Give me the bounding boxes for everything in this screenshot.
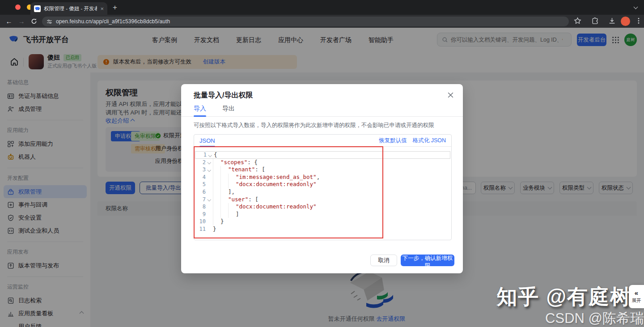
browser-menu-icon[interactable]: [635, 17, 642, 25]
extensions-icon[interactable]: [591, 17, 599, 25]
modal-title: 批量导入/导出权限: [194, 91, 253, 100]
format-json-link[interactable]: 格式化 JSON: [413, 137, 446, 144]
screen: 权限管理 - 傻妞 - 开发者后台 × + ← → open.feishu.cn…: [0, 0, 644, 327]
tab-title: 权限管理 - 傻妞 - 开发者后台: [44, 5, 97, 12]
close-icon[interactable]: [447, 91, 454, 99]
window-close-button[interactable]: [15, 4, 21, 10]
modal-description: 可按照以下格式导入数据，导入的权限将作为此次新增申请的权限，不会影响已申请或开通…: [194, 122, 434, 129]
confirm-button[interactable]: 下一步，确认新增权限: [401, 255, 454, 266]
address-bar[interactable]: open.feishu.cn/app/cli_a9f1c5396cb8dcb5/…: [42, 17, 569, 26]
browser-tab-strip: 权限管理 - 傻妞 - 开发者后台 × +: [0, 0, 644, 15]
active-tab-indicator: [194, 115, 206, 117]
download-icon[interactable]: [608, 17, 616, 25]
double-chevron-left-icon: «: [635, 289, 638, 296]
site-settings-icon[interactable]: [47, 19, 52, 25]
forward-icon[interactable]: →: [15, 17, 28, 25]
profile-avatar[interactable]: [621, 17, 630, 26]
feishu-favicon: [34, 5, 41, 12]
tab-export[interactable]: 导出: [222, 105, 235, 113]
editor-header: JSON 恢复默认值 格式化 JSON: [194, 135, 451, 147]
watermark-zhihu: 知乎 @有庭树: [496, 283, 631, 311]
restore-default-link[interactable]: 恢复默认值: [379, 137, 407, 144]
annotation-red-box: [194, 146, 383, 238]
tab-import[interactable]: 导入: [194, 105, 206, 113]
url-text: open.feishu.cn/app/cli_a9f1c5396cb8dcb5/…: [56, 18, 170, 25]
editor-lang-tab[interactable]: JSON: [199, 137, 215, 144]
bookmark-star-icon[interactable]: [574, 17, 581, 25]
browser-tab[interactable]: 权限管理 - 傻妞 - 开发者后台 ×: [30, 2, 107, 15]
reload-icon[interactable]: [28, 18, 40, 25]
cancel-button[interactable]: 取消: [370, 255, 397, 266]
new-tab-button[interactable]: +: [113, 3, 117, 12]
expand-panel-button[interactable]: « 展开: [629, 285, 644, 308]
back-icon[interactable]: ←: [3, 17, 15, 25]
watermark-csdn: CSDN @陈希瑞: [545, 309, 644, 327]
browser-toolbar: ← → open.feishu.cn/app/cli_a9f1c5396cb8d…: [0, 15, 644, 28]
expand-label: 展开: [632, 297, 641, 304]
tab-close-icon[interactable]: ×: [100, 5, 104, 12]
modal-tabs: 导入 导出: [181, 104, 463, 117]
tab-search-icon[interactable]: [631, 4, 640, 12]
